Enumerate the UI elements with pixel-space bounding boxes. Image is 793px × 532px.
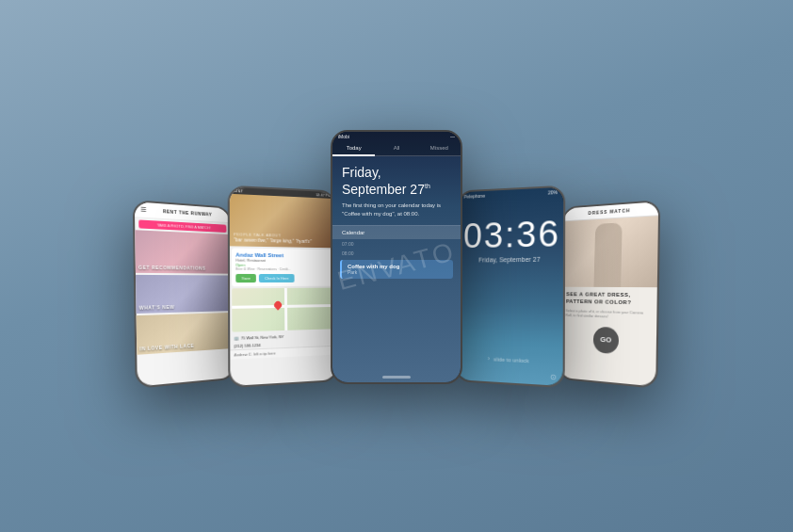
- screen-map: AT&T 12:47 PM PEOPLE TALK ABOUT "bar sev…: [230, 186, 337, 385]
- whats-new-label: WHAT'S NEW: [139, 303, 175, 310]
- recommendations-img: GET RECOMMENDATIONS: [135, 230, 231, 273]
- go-button[interactable]: GO: [593, 326, 620, 353]
- phone2-time: 12:47 PM: [316, 192, 331, 198]
- recommendations-label: GET RECOMMENDATIONS: [138, 264, 206, 270]
- lace-section: IN LOVE WITH LACE: [137, 312, 234, 354]
- venue-tags: Beer & Wine · Reservations · Credit...: [235, 266, 330, 270]
- lace-img: IN LOVE WITH LACE: [137, 312, 234, 354]
- phone3-status: iMobi —: [332, 132, 461, 141]
- notification-tabs: Today All Missed: [332, 141, 461, 156]
- dress-match-headline: SEE A GREAT DRESS, PATTERN OR COLOR?: [566, 291, 652, 307]
- hamburger-icon: ☰: [140, 205, 146, 213]
- lace-label: IN LOVE WITH LACE: [139, 342, 194, 351]
- phone3-time: —: [450, 134, 455, 139]
- whats-new-img: WHAT'S NEW: [136, 274, 233, 313]
- screen-dress-match: DRESS MATCH SEE A GREAT DRESS, PATTERN O…: [558, 202, 658, 386]
- tab-today[interactable]: Today: [332, 141, 375, 156]
- go-button-container: GO: [564, 325, 651, 356]
- phone2-carrier: AT&T: [234, 187, 243, 192]
- slide-arrow: ›: [487, 354, 490, 363]
- rent-runway-logo: RENT THE RUNWAY: [149, 207, 224, 218]
- screen-notifications: iMobi — Today All Missed Friday, Septemb…: [332, 132, 461, 382]
- home-indicator: [382, 376, 411, 379]
- venue-card: Andaz Wall Street Hotel, Restaurant Open…: [232, 248, 333, 286]
- dress-photo: [561, 216, 658, 287]
- camera-icon: ⊙: [550, 372, 557, 381]
- event-card: Coffee with my dog Park: [340, 260, 453, 279]
- event-location: Park: [348, 269, 447, 275]
- lockscreen-date: Friday, September 27: [458, 255, 563, 272]
- recommendations-section: GET RECOMMENDATIONS: [135, 230, 231, 273]
- lockscreen-time: 03:36: [458, 196, 563, 256]
- phone3-carrier: iMobi: [338, 134, 349, 139]
- lockscreen-battery: 20%: [548, 189, 558, 195]
- save-button[interactable]: Save: [235, 273, 256, 282]
- phone-2: AT&T 12:47 PM PEOPLE TALK ABOUT "bar sev…: [228, 185, 339, 388]
- phone-1: ☰ RENT THE RUNWAY TAKE A PHOTO, FIND A M…: [133, 200, 236, 389]
- venue-buttons: Save Check In Here: [235, 273, 330, 282]
- screen-rent-runway: ☰ RENT THE RUNWAY TAKE A PHOTO, FIND A M…: [135, 202, 235, 386]
- phone-5: DRESS MATCH SEE A GREAT DRESS, PATTERN O…: [557, 200, 660, 389]
- calendar-header: Calendar: [332, 225, 461, 239]
- phone-4: Pelephone 20% 03:36 Friday, September 27…: [454, 185, 565, 388]
- tab-missed[interactable]: Missed: [418, 141, 461, 156]
- tab-all[interactable]: All: [375, 141, 417, 156]
- dress-match-subtext: Select a photo of it, or choose from you…: [565, 307, 651, 320]
- model-silhouette: [593, 222, 622, 287]
- phones-container: ☰ RENT THE RUNWAY TAKE A PHOTO, FIND A M…: [116, 130, 677, 403]
- slide-text: slide to unlock: [494, 355, 529, 363]
- notification-date: Friday, September 27th: [342, 164, 451, 198]
- slide-to-unlock: › slide to unlock: [457, 352, 563, 365]
- whats-new-section: WHAT'S NEW: [136, 274, 233, 313]
- dress-match-text: SEE A GREAT DRESS, PATTERN OR COLOR? Sel…: [559, 286, 657, 361]
- screen-lockscreen: Pelephone 20% 03:36 Friday, September 27…: [456, 186, 563, 385]
- photo-overlay: PEOPLE TALK ABOUT "bar seven five," "lar…: [234, 232, 332, 244]
- map-road-vertical: [284, 287, 287, 330]
- map-road-horizontal: [232, 304, 334, 309]
- phone-3: iMobi — Today All Missed Friday, Septemb…: [331, 130, 462, 384]
- date-section: Friday, September 27th: [332, 156, 461, 202]
- lockscreen-carrier: Pelephone: [464, 192, 485, 199]
- event-name: Coffee with my dog: [348, 264, 447, 269]
- phone2-photo: PEOPLE TALK ABOUT "bar seven five," "lar…: [230, 193, 335, 248]
- address-text: 75 Wall St, New York, NY: [241, 333, 284, 340]
- checkin-button[interactable]: Check In Here: [259, 273, 294, 282]
- time-800: 08:00: [332, 249, 461, 258]
- building-icon: 🏢: [234, 335, 238, 340]
- notification-text: The first thing on your calendar today i…: [332, 202, 461, 225]
- map-area: [232, 287, 334, 331]
- time-700: 07:00: [332, 239, 461, 249]
